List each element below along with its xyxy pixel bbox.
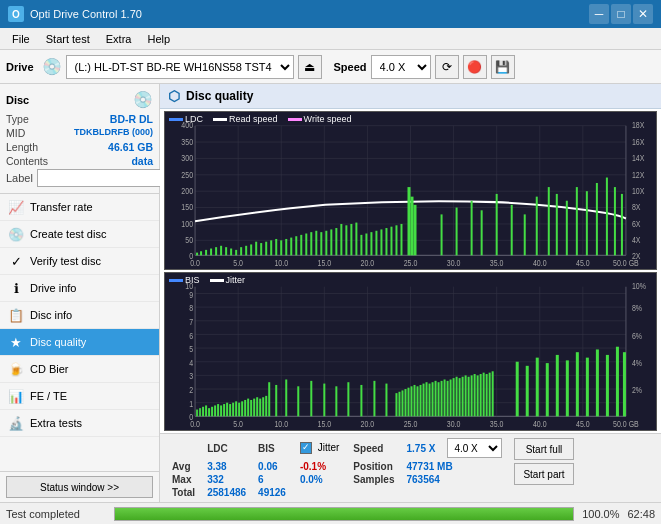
sidebar-item-drive-info[interactable]: ℹ Drive info	[0, 275, 159, 302]
svg-text:16X: 16X	[632, 136, 645, 147]
svg-rect-67	[285, 239, 287, 255]
svg-rect-196	[401, 390, 403, 416]
disc-type-row: Type BD-R DL	[6, 113, 153, 125]
svg-rect-75	[325, 231, 327, 256]
svg-rect-187	[310, 381, 312, 416]
svg-rect-162	[205, 405, 207, 416]
svg-rect-68	[290, 238, 292, 256]
maximize-button[interactable]: □	[611, 4, 631, 24]
refresh-button[interactable]: ⟳	[435, 55, 459, 79]
eject-button[interactable]: ⏏	[298, 55, 322, 79]
svg-text:15.0: 15.0	[317, 257, 331, 268]
max-label: Max	[166, 473, 201, 486]
svg-text:4: 4	[189, 357, 193, 368]
ldc-header: LDC	[201, 437, 252, 459]
minimize-button[interactable]: ─	[589, 4, 609, 24]
svg-text:10.0: 10.0	[274, 418, 288, 429]
svg-rect-233	[576, 352, 579, 416]
verify-test-disc-icon: ✓	[8, 253, 24, 269]
disc-mid-value: TDKBLDRFB (000)	[74, 127, 153, 139]
sidebar-nav: 📈 Transfer rate 💿 Create test disc ✓ Ver…	[0, 194, 159, 437]
sidebar-item-transfer-rate[interactable]: 📈 Transfer rate	[0, 194, 159, 221]
disc-panel: Disc 💿 Type BD-R DL MID TDKBLDRFB (000) …	[0, 84, 159, 194]
svg-text:6: 6	[189, 329, 193, 340]
disc-length-label: Length	[6, 141, 38, 153]
svg-rect-104	[370, 232, 372, 255]
sidebar-item-fe-te[interactable]: 📊 FE / TE	[0, 383, 159, 410]
menubar: File Start test Extra Help	[0, 28, 661, 50]
svg-rect-226	[492, 371, 494, 416]
svg-text:5.0: 5.0	[233, 418, 243, 429]
start-full-button[interactable]: Start full	[514, 438, 573, 460]
svg-rect-52	[210, 249, 212, 256]
svg-rect-194	[395, 393, 397, 416]
transfer-rate-icon: 📈	[8, 199, 24, 215]
menu-help[interactable]: Help	[139, 31, 178, 47]
max-bis: 6	[252, 473, 292, 486]
menu-file[interactable]: File	[4, 31, 38, 47]
menu-start-test[interactable]: Start test	[38, 31, 98, 47]
speed-stat-value: 1.75 X	[401, 437, 442, 459]
record-button[interactable]: 🔴	[463, 55, 487, 79]
titlebar-controls: ─ □ ✕	[589, 4, 653, 24]
avg-ldc: 3.38	[201, 459, 252, 472]
svg-rect-234	[586, 358, 589, 417]
svg-rect-53	[215, 247, 217, 255]
svg-text:20.0: 20.0	[361, 418, 375, 429]
svg-rect-224	[486, 374, 488, 416]
drive-selector[interactable]: (L:) HL-DT-ST BD-RE WH16NS58 TST4	[66, 55, 294, 79]
sidebar-item-disc-quality[interactable]: ★ Disc quality	[0, 329, 159, 356]
svg-rect-173	[238, 403, 240, 417]
max-jitter: 0.0%	[292, 473, 347, 486]
disc-header: Disc 💿	[6, 90, 153, 109]
svg-text:7: 7	[189, 316, 193, 327]
sidebar-item-disc-info[interactable]: 📋 Disc info	[0, 302, 159, 329]
svg-rect-232	[566, 360, 569, 416]
svg-rect-165	[214, 405, 216, 416]
status-window-button[interactable]: Status window >>	[6, 476, 153, 498]
svg-rect-160	[199, 408, 201, 416]
stats-header-row: LDC BIS Jitter Speed 1.75 X 4.0 X	[166, 437, 580, 459]
sidebar-item-create-test-disc[interactable]: 💿 Create test disc	[0, 221, 159, 248]
svg-rect-169	[226, 403, 228, 417]
speed-select-stats[interactable]: 4.0 X	[447, 438, 502, 458]
disc-quality-title: Disc quality	[186, 89, 253, 103]
close-button[interactable]: ✕	[633, 4, 653, 24]
svg-rect-103	[365, 234, 367, 256]
time-display: 62:48	[627, 508, 655, 520]
svg-rect-102	[360, 235, 362, 255]
svg-rect-220	[474, 374, 476, 416]
create-test-disc-icon: 💿	[8, 226, 24, 242]
jitter-checkbox-cell[interactable]: Jitter	[292, 437, 347, 459]
jitter-checkbox[interactable]	[300, 442, 312, 454]
chart1-legend: LDC Read speed Write speed	[169, 114, 351, 124]
svg-rect-218	[468, 377, 470, 417]
disc-label-input[interactable]	[37, 169, 170, 187]
save-button[interactable]: 💾	[491, 55, 515, 79]
avg-bis: 0.06	[252, 459, 292, 472]
status-text: Test completed	[6, 508, 106, 520]
svg-rect-71	[305, 234, 307, 256]
svg-rect-202	[420, 385, 422, 416]
disc-quality-header-icon: ⬡	[168, 88, 180, 104]
svg-rect-217	[465, 375, 467, 416]
svg-rect-97	[586, 191, 588, 255]
disc-quality-label: Disc quality	[30, 336, 86, 348]
sidebar-item-extra-tests[interactable]: 🔬 Extra tests	[0, 410, 159, 437]
svg-rect-214	[456, 377, 458, 417]
svg-rect-193	[385, 384, 387, 417]
sidebar-item-cd-bier[interactable]: 🍺 CD Bier	[0, 356, 159, 383]
drive-label: Drive	[6, 61, 34, 73]
svg-rect-66	[280, 240, 282, 255]
disc-quality-header: ⬡ Disc quality	[160, 84, 661, 109]
svg-text:15.0: 15.0	[317, 418, 331, 429]
svg-rect-168	[223, 404, 225, 416]
svg-rect-198	[407, 388, 409, 417]
sidebar-item-verify-test-disc[interactable]: ✓ Verify test disc	[0, 248, 159, 275]
start-part-button[interactable]: Start part	[514, 463, 573, 485]
svg-rect-84	[414, 205, 417, 256]
total-bis: 49126	[252, 486, 292, 499]
svg-rect-49	[196, 253, 198, 256]
menu-extra[interactable]: Extra	[98, 31, 140, 47]
speed-selector[interactable]: 4.0 X 1.0 X 2.0 X 8.0 X	[371, 55, 431, 79]
